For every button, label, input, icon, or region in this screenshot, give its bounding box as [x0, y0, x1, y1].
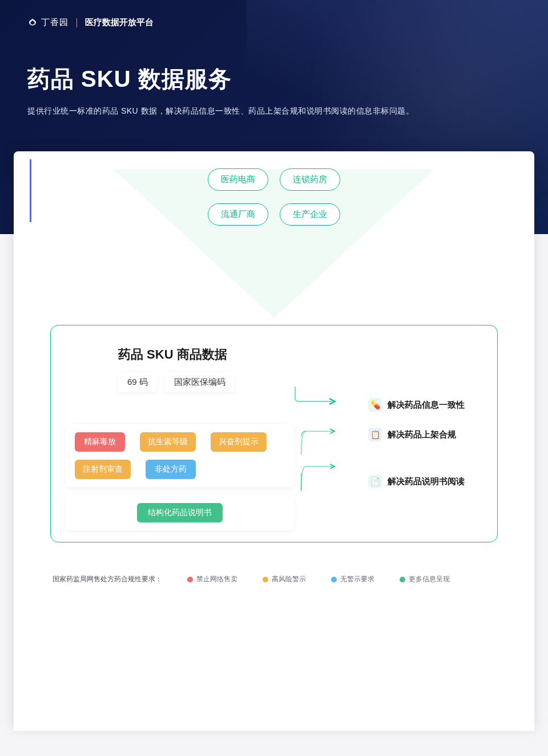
funnel-triangle	[114, 170, 434, 318]
accent-bar	[30, 159, 31, 222]
legend-item: 高风险警示	[263, 574, 306, 584]
manual-card: 结构化药品说明书	[66, 495, 294, 530]
result-item: 📄 解决药品说明书阅读	[368, 474, 482, 488]
code-chip: 69 码	[118, 372, 157, 392]
platform-name: 医疗数据开放平台	[85, 17, 154, 28]
page-title: 药品 SKU 数据服务	[27, 63, 521, 95]
dot-icon	[263, 577, 268, 582]
page-subtitle: 提供行业统一标准的药品 SKU 数据，解决药品信息一致性、药品上架合规和说明书阅…	[27, 106, 521, 116]
code-chip: 国家医保编码	[165, 372, 235, 392]
result-item: 📋 解决药品上架合规	[368, 428, 482, 441]
result-label: 解决药品信息一致性	[388, 400, 465, 411]
document-icon: 📄	[368, 474, 382, 488]
result-item: 💊 解决药品信息一致性	[368, 398, 482, 412]
result-label: 解决药品说明书阅读	[388, 476, 465, 487]
legend-item: 禁止网络售卖	[187, 574, 237, 584]
source-pill: 流通厂商	[208, 203, 268, 226]
result-label: 解决药品上架合规	[388, 429, 456, 440]
dot-icon	[400, 577, 405, 582]
legend-item: 无警示要求	[331, 574, 374, 584]
source-pill: 连锁药房	[280, 168, 340, 191]
sources-funnel: 医药电商 连锁药房 流通厂商 生产企业	[50, 167, 498, 321]
leaf-icon	[27, 18, 38, 28]
connector-arrow-icon	[294, 382, 340, 407]
sku-box-title: 药品 SKU 商品数据	[118, 346, 482, 363]
compliance-tag: 精麻毒放	[75, 432, 125, 452]
brand-bar: 丁香园 医疗数据开放平台	[27, 17, 521, 28]
clipboard-icon: 📋	[368, 428, 382, 441]
source-pill: 医药电商	[208, 168, 268, 191]
source-pill: 生产企业	[280, 203, 340, 226]
branch-connector-icon	[294, 423, 345, 509]
compliance-card: 精麻毒放 抗生素等级 兴奋剂提示 注射剂审查 非处方药	[66, 424, 294, 487]
sku-box: 药品 SKU 商品数据 69 码 国家医保编码 💊 解决药品信息一致性	[50, 325, 498, 542]
compliance-tag: 注射剂审查	[75, 460, 131, 479]
brand-name: 丁香园	[41, 17, 68, 28]
pill-icon: 💊	[368, 398, 382, 412]
compliance-tag: 非处方药	[146, 460, 196, 479]
legend-title: 国家药监局网售处方药合规性要求：	[53, 574, 162, 584]
legend: 国家药监局网售处方药合规性要求： 禁止网络售卖 高风险警示 无警示要求 更多信息…	[53, 574, 498, 584]
divider	[76, 18, 77, 27]
compliance-tag: 抗生素等级	[140, 432, 196, 452]
legend-item: 更多信息呈现	[400, 574, 450, 584]
content-card: 医药电商 连锁药房 流通厂商 生产企业 药品 SKU 商品数据 69 码 国家医…	[14, 151, 534, 731]
brand-logo: 丁香园	[27, 17, 68, 28]
compliance-tag: 兴奋剂提示	[211, 432, 267, 452]
dot-icon	[331, 577, 337, 582]
dot-icon	[187, 577, 193, 582]
manual-tag: 结构化药品说明书	[137, 503, 223, 522]
